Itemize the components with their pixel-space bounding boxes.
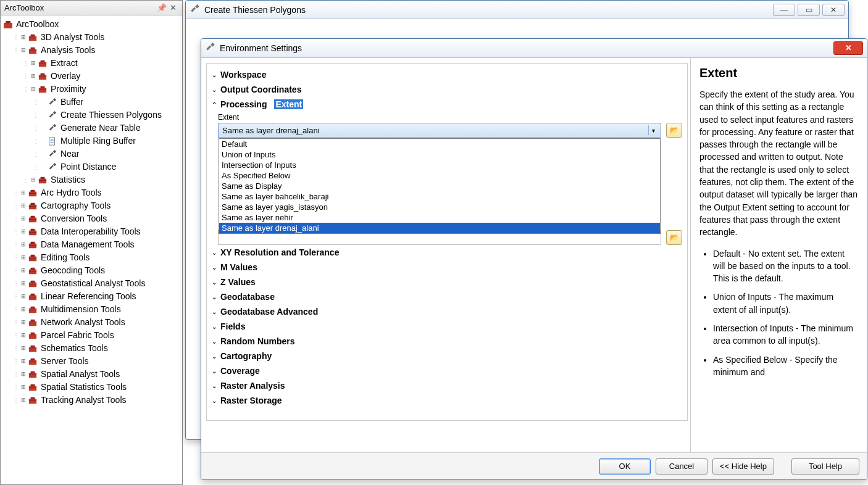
env-titlebar[interactable]: Environment Settings ✕ [201,39,867,57]
tree-item[interactable]: ⋮⊞Multidimension Tools [2,303,181,316]
cancel-button[interactable]: Cancel [656,458,707,475]
tree-item[interactable]: ⋮⊞Spatial Statistics Tools [2,381,181,394]
tree-item[interactable]: ⋮⊞Spatial Analyst Tools [2,368,181,381]
tree-item[interactable]: ⋮⊞Data Management Tools [2,238,181,251]
expand-glyph[interactable]: ⊞ [20,381,27,394]
section-coverage[interactable]: ⌄Coverage [212,363,682,378]
hide-help-button[interactable]: << Hide Help [712,458,774,475]
tree-item[interactable]: ⋮⊞Network Analyst Tools [2,316,181,329]
tree-item[interactable]: ⋮⊞Overlay [2,70,181,83]
tree-item[interactable]: ⋮⊞Schematics Tools [2,342,181,355]
minimize-button[interactable]: — [773,4,795,16]
expand-glyph[interactable]: ⊞ [20,329,27,342]
dropdown-option[interactable]: Same as Display [219,181,660,191]
dropdown-option[interactable]: Same as layer yagis_istasyon [219,202,660,212]
section-raster-analysis[interactable]: ⌄Raster Analysis [212,378,682,393]
dropdown-option[interactable]: Default [219,139,660,149]
section-fields[interactable]: ⌄Fields [212,319,682,334]
section-z-values[interactable]: ⌄Z Values [212,275,682,289]
expand-glyph[interactable]: ⊞ [20,251,27,264]
section-geodatabase[interactable]: ⌄Geodatabase [212,289,682,304]
expand-glyph[interactable]: ⊞ [20,31,27,44]
pushpin-icon[interactable]: 📌 [156,3,167,12]
tree-item[interactable]: ⋮Point Distance [2,160,181,173]
section-workspace[interactable]: ⌄Workspace [212,67,682,82]
tree-item[interactable]: ⋮⊞Cartography Tools [2,199,181,212]
expand-glyph[interactable]: ⊞ [20,342,27,355]
env-title: Environment Settings [220,43,833,53]
tree-item[interactable]: ⋮Multiple Ring Buffer [2,135,181,147]
expand-glyph[interactable]: ⊞ [20,199,27,212]
browse-button[interactable]: 📂 [666,123,682,138]
expand-glyph[interactable]: ⊞ [20,225,27,238]
expand-glyph[interactable]: ⊞ [20,316,27,329]
expand-glyph[interactable]: ⊞ [20,290,27,303]
tree-root[interactable]: ArcToolbox [2,18,181,31]
tree-item[interactable]: ⋮Near [2,147,181,160]
tree-item[interactable]: ⋮⊞Geocoding Tools [2,264,181,277]
tool-help-button[interactable]: Tool Help [791,458,859,475]
tree-item[interactable]: ⋮⊞Linear Referencing Tools [2,290,181,303]
section-processing-extent[interactable]: ⌃ Processing Extent [212,97,682,112]
expand-glyph[interactable]: ⊞ [30,173,37,186]
toolbox-icon [28,370,38,379]
tree-item[interactable]: ⋮⊞Statistics [2,173,181,186]
tree-item[interactable]: ⋮⊞3D Analyst Tools [2,31,181,44]
expand-glyph[interactable]: ⊞ [20,277,27,290]
svg-rect-1 [6,21,10,23]
dropdown-option[interactable]: Same as layer drenaj_alani [219,223,660,233]
chevron-down-icon: ⌄ [212,353,218,360]
expand-glyph[interactable]: ⊞ [20,394,27,407]
ok-button[interactable]: OK [599,458,651,475]
section-geodatabase-advanced[interactable]: ⌄Geodatabase Advanced [212,304,682,319]
close-button[interactable]: ✕ [822,4,845,16]
section-cartography[interactable]: ⌄Cartography [212,349,682,363]
browse-button[interactable]: 📂 [666,230,682,245]
tree-item[interactable]: ⋮⊞Editing Tools [2,251,181,264]
expand-glyph[interactable]: ⊞ [30,57,37,70]
tree-item[interactable]: ⋮⊟Analysis Tools [2,44,181,57]
tree-item[interactable]: ⋮Generate Near Table [2,122,181,135]
tree-item[interactable]: ⋮⊞Data Interoperability Tools [2,225,181,238]
close-button[interactable]: ✕ [833,41,863,55]
expand-glyph[interactable]: ⊞ [20,303,27,316]
dropdown-option[interactable]: Same as layer bahcelik_baraji [219,191,660,202]
expand-glyph[interactable]: ⊟ [20,44,27,57]
tree-item[interactable]: ⋮Create Thiessen Polygons [2,109,181,122]
section-m-values[interactable]: ⌄M Values [212,260,682,275]
tree-item[interactable]: ⋮⊞Extract [2,57,181,70]
dropdown-option[interactable]: Intersection of Inputs [219,160,660,170]
thiessen-titlebar[interactable]: Create Thiessen Polygons — ▭ ✕ [186,1,848,19]
svg-rect-65 [29,375,36,375]
tree-item[interactable]: ⋮Buffer [2,96,181,109]
section-output-coordinates[interactable]: ⌄Output Coordinates [212,82,682,97]
chevron-down-icon: ⌄ [212,86,218,93]
expand-glyph[interactable]: ⊞ [20,264,27,277]
maximize-button[interactable]: ▭ [798,4,820,16]
expand-glyph[interactable]: ⊟ [30,83,37,96]
tree-item[interactable]: ⋮⊟Proximity [2,83,181,96]
extent-dropdown-list[interactable]: DefaultUnion of InputsIntersection of In… [219,138,661,234]
expand-glyph[interactable]: ⊞ [20,368,27,381]
dropdown-option[interactable]: Union of Inputs [219,149,660,160]
close-icon[interactable]: ✕ [167,3,178,12]
extent-dropdown[interactable]: Same as layer drenaj_alani ▾ DefaultUnio… [218,123,661,138]
section-raster-storage[interactable]: ⌄Raster Storage [212,393,682,408]
expand-glyph[interactable]: ⊞ [30,70,37,83]
tree-item[interactable]: ⋮⊞Geostatistical Analyst Tools [2,277,181,290]
tree-item[interactable]: ⋮⊞Arc Hydro Tools [2,186,181,199]
dropdown-option[interactable]: Same as layer nehir [219,212,660,223]
tree-item[interactable]: ⋮⊞Tracking Analyst Tools [2,394,181,407]
expand-glyph[interactable]: ⊞ [20,355,27,368]
arctoolbox-tree[interactable]: ArcToolbox⋮⊞3D Analyst Tools⋮⊟Analysis T… [1,15,182,409]
tree-item[interactable]: ⋮⊞Parcel Fabric Tools [2,329,181,342]
section-xy[interactable]: ⌄XY Resolution and Tolerance [212,245,682,260]
tree-item[interactable]: ⋮⊞Server Tools [2,355,181,368]
env-settings-scroll[interactable]: ⌄Workspace ⌄Output Coordinates ⌃ Process… [201,58,691,452]
expand-glyph[interactable]: ⊞ [20,212,27,225]
expand-glyph[interactable]: ⊞ [20,238,27,251]
section-random-numbers[interactable]: ⌄Random Numbers [212,334,682,349]
dropdown-option[interactable]: As Specified Below [219,170,660,181]
expand-glyph[interactable]: ⊞ [20,186,27,199]
tree-item[interactable]: ⋮⊞Conversion Tools [2,212,181,225]
